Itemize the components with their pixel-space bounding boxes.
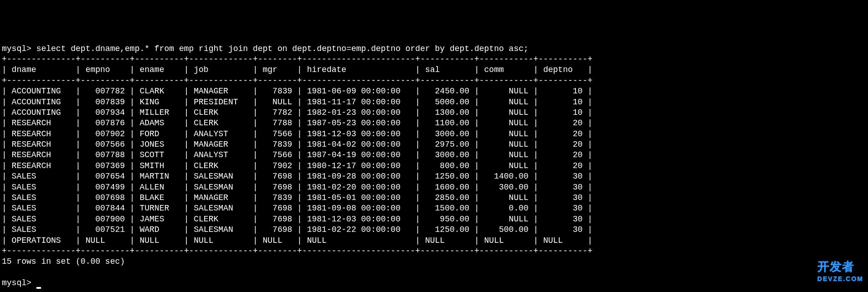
- result-footer: 15 rows in set (0.00 sec): [2, 257, 125, 266]
- sql-query: select dept.dname,emp.* from emp right j…: [36, 44, 529, 53]
- watermark-main: 开发者: [817, 260, 854, 273]
- watermark: 开发者 DEVZE.COM: [817, 259, 863, 283]
- sql-prompt: mysql>: [2, 44, 36, 53]
- terminal-output[interactable]: mysql> select dept.dname,emp.* from emp …: [0, 43, 868, 290]
- cursor-icon: [36, 287, 41, 289]
- result-table: +--------------+----------+----------+--…: [2, 55, 592, 256]
- next-prompt[interactable]: mysql>: [2, 278, 41, 287]
- watermark-sub: DEVZE.COM: [817, 275, 863, 283]
